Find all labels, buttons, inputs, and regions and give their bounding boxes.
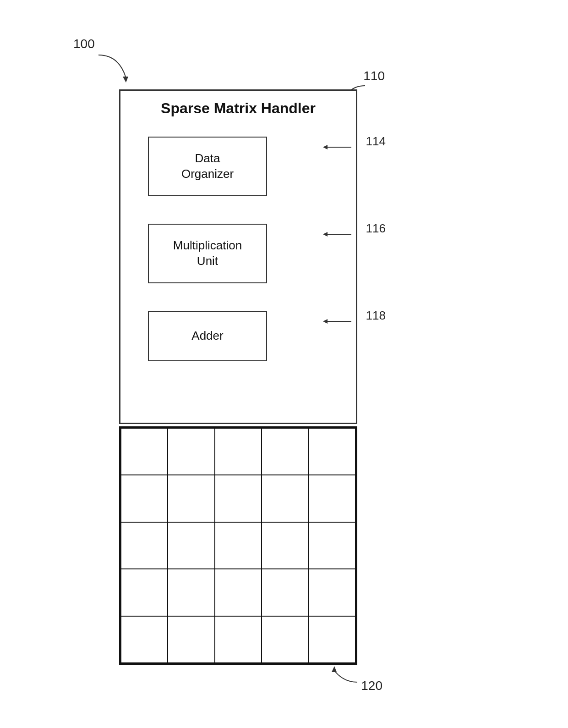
grid-cell — [262, 475, 308, 522]
svg-marker-0 — [123, 77, 128, 83]
grid-cell — [262, 616, 308, 663]
grid-cell — [262, 522, 308, 569]
main-box-title: Sparse Matrix Handler — [120, 91, 356, 121]
arrow-118-icon — [324, 314, 356, 328]
arrow-114-icon — [324, 140, 356, 154]
grid-cell — [168, 616, 214, 663]
grid-cell — [215, 569, 262, 616]
grid-cell — [309, 522, 355, 569]
grid-cell — [168, 475, 214, 522]
grid-cell — [215, 616, 262, 663]
table-row — [121, 616, 355, 663]
svg-marker-3 — [323, 232, 328, 237]
grid-cell — [121, 616, 168, 663]
grid-box — [119, 426, 357, 665]
grid-cell — [309, 569, 355, 616]
table-row — [121, 569, 355, 616]
arrow-100-icon — [92, 53, 137, 89]
grid-table — [120, 428, 356, 663]
grid-cell — [262, 569, 308, 616]
svg-marker-4 — [323, 319, 328, 324]
grid-cell — [121, 475, 168, 522]
grid-cell — [262, 428, 308, 475]
grid-cell — [215, 428, 262, 475]
multiplication-unit-label: MultiplicationUnit — [173, 238, 242, 269]
arrow-116-icon — [324, 227, 356, 241]
diagram-container: 100 110 Sparse Matrix Handler DataOrgani… — [73, 23, 385, 678]
grid-cell — [168, 428, 214, 475]
table-row — [121, 522, 355, 569]
grid-cell — [121, 569, 168, 616]
ref-label-118: 118 — [366, 309, 386, 323]
table-row — [121, 475, 355, 522]
grid-cell — [309, 475, 355, 522]
adder-box: Adder — [148, 311, 267, 361]
ref-label-114: 114 — [366, 134, 386, 149]
grid-cell — [121, 428, 168, 475]
arrow-120-icon — [325, 664, 362, 687]
grid-cell — [121, 522, 168, 569]
grid-cell — [215, 475, 262, 522]
ref-label-110: 110 — [363, 69, 385, 83]
main-box: Sparse Matrix Handler DataOrganizer Mult… — [119, 89, 357, 424]
grid-cell — [309, 616, 355, 663]
multiplication-unit-box: MultiplicationUnit — [148, 224, 267, 283]
grid-cell — [168, 522, 214, 569]
grid-cell — [215, 522, 262, 569]
data-organizer-box: DataOrganizer — [148, 137, 267, 196]
ref-label-120: 120 — [361, 678, 382, 693]
ref-label-100: 100 — [73, 37, 95, 51]
data-organizer-label: DataOrganizer — [181, 151, 234, 182]
grid-cell — [168, 569, 214, 616]
grid-cell — [309, 428, 355, 475]
adder-label: Adder — [191, 328, 223, 344]
table-row — [121, 428, 355, 475]
svg-marker-2 — [323, 145, 328, 149]
ref-label-116: 116 — [366, 221, 386, 236]
svg-marker-5 — [332, 666, 337, 672]
